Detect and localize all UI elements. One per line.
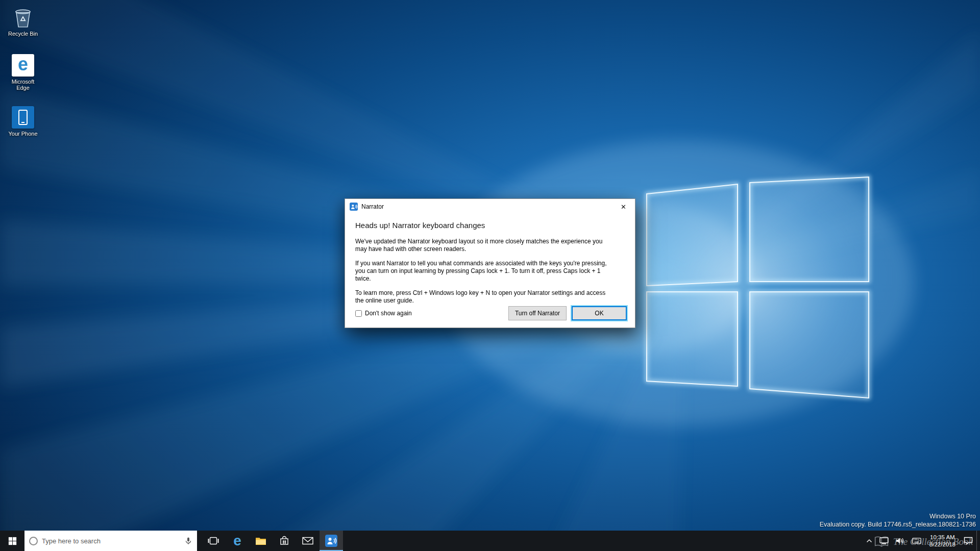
taskbar-search[interactable] <box>24 531 197 551</box>
icon-label: Recycle Bin <box>8 31 38 37</box>
icon-label: Microsoft Edge <box>6 79 40 91</box>
windows-edition: Windows 10 Pro <box>820 512 976 520</box>
tray-time: 10:35 AM <box>929 534 955 541</box>
dialog-paragraph: To learn more, press Ctrl + Windows logo… <box>355 289 616 305</box>
start-button[interactable] <box>0 531 24 551</box>
dialog-title: Narrator <box>361 203 384 210</box>
desktop-icon-your-phone[interactable]: Your Phone <box>1 106 45 137</box>
mail-icon <box>302 537 313 545</box>
cortana-icon <box>29 537 38 545</box>
taskbar: e <box>0 531 980 551</box>
touch-keyboard-button[interactable] <box>909 531 925 551</box>
edge-taskbar-button[interactable]: e <box>226 531 249 551</box>
store-button[interactable] <box>273 531 296 551</box>
show-desktop-button[interactable] <box>976 531 980 551</box>
build-string: Evaluation copy. Build 17746.rs5_release… <box>820 520 976 529</box>
dialog-paragraph: If you want Narrator to tell you what co… <box>355 260 616 283</box>
dialog-footer: Don't show again Turn off Narrator OK <box>355 306 627 320</box>
network-tray-button[interactable] <box>876 531 892 551</box>
checkbox-label: Don't show again <box>365 310 412 317</box>
store-icon <box>279 536 289 546</box>
dialog-paragraph: We've updated the Narrator keyboard layo… <box>355 238 616 253</box>
system-tray: 10:35 AM 8/22/2018 <box>863 531 980 551</box>
desktop-icon-recycle-bin[interactable]: Recycle Bin <box>1 5 45 37</box>
show-hidden-icons-button[interactable] <box>863 531 876 551</box>
dialog-body: Heads up! Narrator keyboard changes We'v… <box>345 214 635 305</box>
narrator-dialog: Narrator ✕ Heads up! Narrator keyboard c… <box>345 198 635 328</box>
tray-clock[interactable]: 10:35 AM 8/22/2018 <box>925 531 960 551</box>
microphone-icon[interactable] <box>184 537 192 545</box>
turn-off-narrator-button[interactable]: Turn off Narrator <box>508 306 567 320</box>
chevron-up-icon <box>866 539 872 543</box>
action-center-button[interactable] <box>960 531 976 551</box>
narrator-taskbar-button[interactable] <box>320 531 343 551</box>
file-explorer-icon <box>255 536 266 545</box>
mail-button[interactable] <box>296 531 320 551</box>
dont-show-again-checkbox[interactable] <box>355 310 362 317</box>
icon-label: Your Phone <box>8 131 37 137</box>
desktop: Recycle Bin e Microsoft Edge Your Phone … <box>0 0 980 551</box>
task-view-icon <box>208 536 219 545</box>
evaluation-watermark: Windows 10 Pro Evaluation copy. Build 17… <box>820 512 976 529</box>
volume-icon <box>896 537 905 544</box>
ok-button[interactable]: OK <box>572 306 627 320</box>
network-icon <box>879 537 889 544</box>
task-view-button[interactable] <box>201 531 226 551</box>
desktop-icon-microsoft-edge[interactable]: e Microsoft Edge <box>1 54 45 91</box>
recycle-bin-icon <box>12 5 34 29</box>
action-center-icon <box>964 537 973 545</box>
dialog-heading: Heads up! Narrator keyboard changes <box>355 221 616 230</box>
your-phone-icon <box>12 106 34 129</box>
tray-date: 8/22/2018 <box>929 541 955 548</box>
edge-icon: e <box>12 54 34 77</box>
narrator-dialog-icon <box>350 203 358 211</box>
narrator-icon <box>325 535 337 547</box>
search-input[interactable] <box>42 537 180 545</box>
volume-tray-button[interactable] <box>892 531 909 551</box>
file-explorer-button[interactable] <box>249 531 273 551</box>
dialog-titlebar[interactable]: Narrator ✕ <box>345 199 635 214</box>
close-icon[interactable]: ✕ <box>612 199 635 214</box>
windows-start-icon <box>8 537 17 545</box>
edge-icon: e <box>233 534 241 548</box>
dont-show-again: Don't show again <box>355 310 412 317</box>
keyboard-icon <box>912 538 921 544</box>
